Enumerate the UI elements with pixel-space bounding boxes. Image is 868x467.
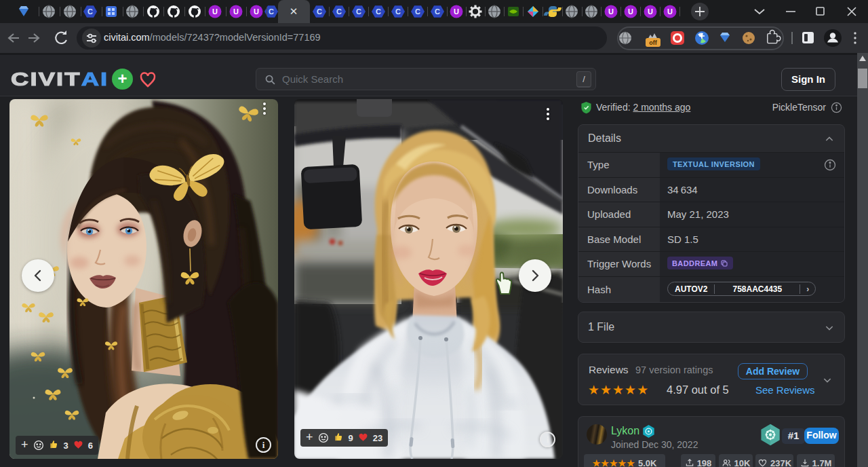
svg-text:U: U — [667, 7, 673, 16]
svg-text:U: U — [454, 7, 459, 16]
svg-text:C: C — [87, 7, 93, 16]
svg-text:C: C — [356, 7, 361, 16]
svg-text:C: C — [336, 7, 342, 16]
svg-text:C: C — [376, 7, 381, 16]
svg-text:C: C — [415, 7, 420, 16]
svg-text:U: U — [608, 7, 614, 16]
svg-text:C: C — [395, 7, 401, 16]
svg-text:U: U — [628, 7, 633, 16]
svg-text:C: C — [317, 7, 322, 16]
svg-text:U: U — [648, 7, 653, 16]
svg-text:C: C — [435, 7, 440, 16]
svg-text:C: C — [269, 7, 274, 16]
svg-text:U: U — [254, 7, 259, 16]
svg-text:U: U — [212, 7, 218, 16]
svg-text:U: U — [233, 7, 239, 16]
